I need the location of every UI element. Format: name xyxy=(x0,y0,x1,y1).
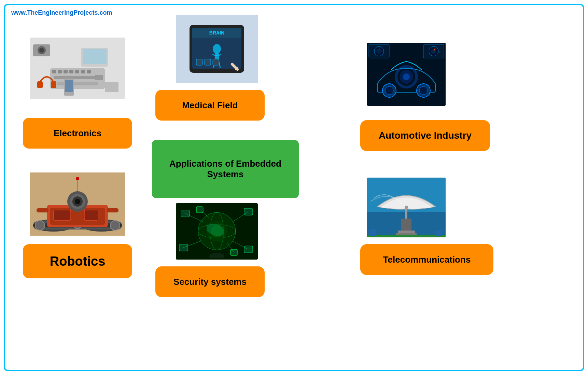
telecom-label: Telecommunications xyxy=(360,244,493,275)
svg-rect-33 xyxy=(196,59,202,65)
svg-point-60 xyxy=(35,221,45,230)
svg-rect-17 xyxy=(83,49,107,64)
robotics-image xyxy=(30,172,125,236)
main-container: www.TheEngineeringProjects.com xyxy=(4,4,584,371)
automotive-image xyxy=(367,43,446,106)
medical-image: BRAIN xyxy=(176,15,258,83)
svg-rect-8 xyxy=(87,70,91,73)
svg-text:BRAIN: BRAIN xyxy=(209,30,224,36)
svg-point-44 xyxy=(419,86,428,95)
svg-point-72 xyxy=(76,177,79,180)
svg-rect-101 xyxy=(369,229,376,236)
security-label: Security systems xyxy=(155,266,265,297)
svg-point-42 xyxy=(385,86,393,95)
svg-rect-65 xyxy=(54,210,71,220)
svg-rect-4 xyxy=(64,70,68,73)
svg-rect-84 xyxy=(244,246,253,253)
svg-point-62 xyxy=(110,221,120,230)
website-url: www.TheEngineeringProjects.com xyxy=(11,9,112,16)
svg-rect-74 xyxy=(107,208,118,212)
svg-rect-3 xyxy=(58,70,62,73)
svg-point-36 xyxy=(235,67,238,70)
svg-rect-100 xyxy=(367,235,446,237)
svg-rect-73 xyxy=(37,208,48,212)
svg-rect-5 xyxy=(69,70,73,73)
svg-rect-21 xyxy=(105,82,118,92)
svg-rect-2 xyxy=(52,70,56,73)
svg-rect-15 xyxy=(51,81,56,88)
svg-point-70 xyxy=(75,199,80,204)
svg-rect-35 xyxy=(213,59,219,65)
svg-point-27 xyxy=(213,44,221,54)
telecom-image xyxy=(367,178,446,237)
svg-rect-19 xyxy=(65,80,73,92)
svg-rect-14 xyxy=(37,81,43,88)
svg-rect-82 xyxy=(244,208,253,215)
svg-rect-102 xyxy=(435,231,442,236)
svg-rect-81 xyxy=(181,210,190,217)
svg-rect-20 xyxy=(95,75,103,80)
svg-rect-66 xyxy=(84,210,98,220)
svg-point-13 xyxy=(39,48,44,53)
security-image xyxy=(176,203,258,260)
electronics-image xyxy=(30,38,125,99)
svg-rect-7 xyxy=(81,70,85,73)
center-label: Applications of Embedded Systems xyxy=(152,140,299,198)
svg-point-40 xyxy=(403,73,410,80)
svg-rect-6 xyxy=(75,70,79,73)
svg-rect-9 xyxy=(54,76,101,79)
robotics-label: Robotics xyxy=(23,244,132,278)
svg-point-99 xyxy=(405,206,408,209)
svg-rect-85 xyxy=(196,207,203,213)
medical-label: Medical Field xyxy=(155,90,265,121)
electronics-label: Electronics xyxy=(23,118,132,149)
automotive-label: Automotive Industry xyxy=(360,120,490,151)
svg-rect-34 xyxy=(205,59,211,65)
svg-rect-10 xyxy=(57,82,98,85)
